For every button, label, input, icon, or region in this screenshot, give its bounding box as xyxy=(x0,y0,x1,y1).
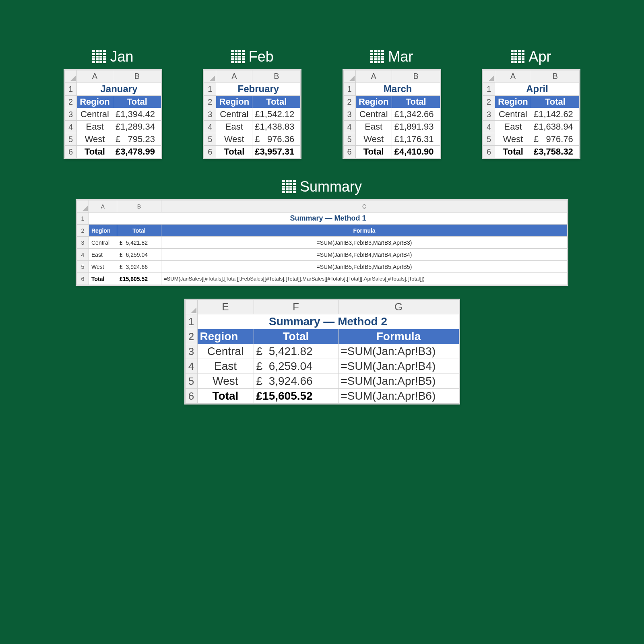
cell-total[interactable]: £1,176.31 xyxy=(392,133,440,146)
table-header-region[interactable]: Region xyxy=(355,96,392,108)
row-header[interactable]: 4 xyxy=(185,359,197,374)
row-header[interactable]: 6 xyxy=(185,389,197,404)
select-all-corner[interactable] xyxy=(204,70,216,83)
col-header[interactable]: A xyxy=(495,70,531,83)
row-header[interactable]: 3 xyxy=(204,108,216,121)
grid-summary2[interactable]: E F G 1 Summary — Method 2 2 Region Tota… xyxy=(185,299,459,404)
table-header-total[interactable]: Total xyxy=(113,96,161,108)
col-header[interactable]: A xyxy=(216,70,252,83)
cell-region[interactable]: East xyxy=(77,121,113,133)
cell-region[interactable]: West xyxy=(77,133,113,146)
cell-total-value[interactable]: £15,605.52 xyxy=(254,389,338,404)
cell-total-label[interactable]: Total xyxy=(216,146,252,158)
select-all-corner[interactable] xyxy=(77,200,89,213)
cell-total-label[interactable]: Total xyxy=(495,146,531,158)
summary2-title[interactable]: Summary — Method 2 xyxy=(197,314,459,329)
row-header[interactable]: 2 xyxy=(343,96,355,108)
row-header[interactable]: 1 xyxy=(204,83,216,96)
row-header[interactable]: 4 xyxy=(204,121,216,133)
select-all-corner[interactable] xyxy=(65,70,77,83)
row-header[interactable]: 5 xyxy=(204,133,216,146)
row-header[interactable]: 1 xyxy=(65,83,77,96)
cell-total[interactable]: £1,542.12 xyxy=(252,108,301,121)
row-header[interactable]: 5 xyxy=(77,261,89,273)
row-header[interactable]: 1 xyxy=(185,314,197,329)
table-header-region[interactable]: Region xyxy=(77,96,113,108)
select-all-corner[interactable] xyxy=(343,70,355,83)
cell-total[interactable]: £1,638.94 xyxy=(531,121,579,133)
month-title[interactable]: February xyxy=(216,83,301,96)
row-header[interactable]: 5 xyxy=(343,133,355,146)
month-title[interactable]: January xyxy=(77,83,161,96)
col-header[interactable]: B xyxy=(117,200,161,213)
row-header[interactable]: 2 xyxy=(185,329,197,344)
cell-total[interactable]: £1,394.42 xyxy=(113,108,161,121)
col-header[interactable]: A xyxy=(355,70,392,83)
cell-region[interactable]: Central xyxy=(197,344,254,359)
cell-total[interactable]: £ 3,924.66 xyxy=(254,374,338,389)
sheet-tab-apr[interactable]: Apr xyxy=(511,48,551,65)
cell-region[interactable]: West xyxy=(355,133,392,146)
row-header[interactable]: 3 xyxy=(185,344,197,359)
cell-formula[interactable]: =SUM(Jan:Apr!B4) xyxy=(338,359,459,374)
col-header[interactable]: B xyxy=(531,70,579,83)
cell-formula[interactable]: =SUM(JanSales[[#Totals],[Total]],FebSale… xyxy=(161,273,568,285)
select-all-corner[interactable] xyxy=(483,70,495,83)
table-header-region[interactable]: Region xyxy=(89,225,117,237)
cell-total[interactable]: £1,891.93 xyxy=(392,121,440,133)
row-header[interactable]: 3 xyxy=(77,237,89,249)
cell-total-label[interactable]: Total xyxy=(197,389,254,404)
cell-region[interactable]: Central xyxy=(216,108,252,121)
cell-region[interactable]: East xyxy=(89,249,117,261)
cell-region[interactable]: West xyxy=(197,374,254,389)
cell-region[interactable]: Central xyxy=(77,108,113,121)
row-header[interactable]: 6 xyxy=(77,273,89,285)
summary1-title[interactable]: Summary — Method 1 xyxy=(89,213,568,225)
table-header-region[interactable]: Region xyxy=(495,96,531,108)
cell-total[interactable]: £1,142.62 xyxy=(531,108,579,121)
table-header-total[interactable]: Total xyxy=(531,96,579,108)
table-header-total[interactable]: Total xyxy=(117,225,161,237)
row-header[interactable]: 2 xyxy=(65,96,77,108)
sheet-tab-feb[interactable]: Feb xyxy=(231,48,274,65)
month-title[interactable]: April xyxy=(495,83,579,96)
row-header[interactable]: 2 xyxy=(483,96,495,108)
row-header[interactable]: 4 xyxy=(483,121,495,133)
cell-region[interactable]: Central xyxy=(89,237,117,249)
sheet-tab-summary[interactable]: Summary xyxy=(282,178,362,195)
cell-region[interactable]: Central xyxy=(355,108,392,121)
cell-total[interactable]: £ 976.36 xyxy=(252,133,301,146)
row-header[interactable]: 2 xyxy=(204,96,216,108)
cell-region[interactable]: West xyxy=(495,133,531,146)
sheet-tab-mar[interactable]: Mar xyxy=(370,48,413,65)
cell-total[interactable]: £1,342.66 xyxy=(392,108,440,121)
cell-formula[interactable]: =SUM(Jan!B5,Feb!B5,Mar!B5,Apr!B5) xyxy=(161,261,568,273)
cell-region[interactable]: Central xyxy=(495,108,531,121)
cell-total-value[interactable]: £3,758.32 xyxy=(531,146,579,158)
col-header[interactable]: E xyxy=(197,300,254,314)
row-header[interactable]: 3 xyxy=(343,108,355,121)
cell-total-value[interactable]: £4,410.90 xyxy=(392,146,440,158)
row-header[interactable]: 6 xyxy=(65,146,77,158)
cell-formula[interactable]: =SUM(Jan:Apr!B5) xyxy=(338,374,459,389)
col-header[interactable]: G xyxy=(338,300,459,314)
cell-region[interactable]: East xyxy=(216,121,252,133)
cell-region[interactable]: West xyxy=(216,133,252,146)
grid-jan[interactable]: A B 1 January 2 Region Total 3 Central £… xyxy=(64,70,161,158)
table-header-total[interactable]: Total xyxy=(252,96,301,108)
select-all-corner[interactable] xyxy=(185,300,197,314)
row-header[interactable]: 1 xyxy=(483,83,495,96)
cell-total-label[interactable]: Total xyxy=(89,273,117,285)
cell-total[interactable]: £ 5,421.82 xyxy=(254,344,338,359)
cell-formula[interactable]: =SUM(Jan:Apr!B6) xyxy=(338,389,459,404)
row-header[interactable]: 6 xyxy=(343,146,355,158)
col-header[interactable]: A xyxy=(89,200,117,213)
grid-summary1[interactable]: A B C 1 Summary — Method 1 2 Region Tota… xyxy=(76,200,568,285)
table-header-total[interactable]: Total xyxy=(254,329,338,344)
row-header[interactable]: 1 xyxy=(77,213,89,225)
cell-region[interactable]: East xyxy=(355,121,392,133)
cell-total-value[interactable]: £15,605.52 xyxy=(117,273,161,285)
col-header[interactable]: B xyxy=(252,70,301,83)
row-header[interactable]: 5 xyxy=(65,133,77,146)
sheet-tab-jan[interactable]: Jan xyxy=(92,48,133,65)
